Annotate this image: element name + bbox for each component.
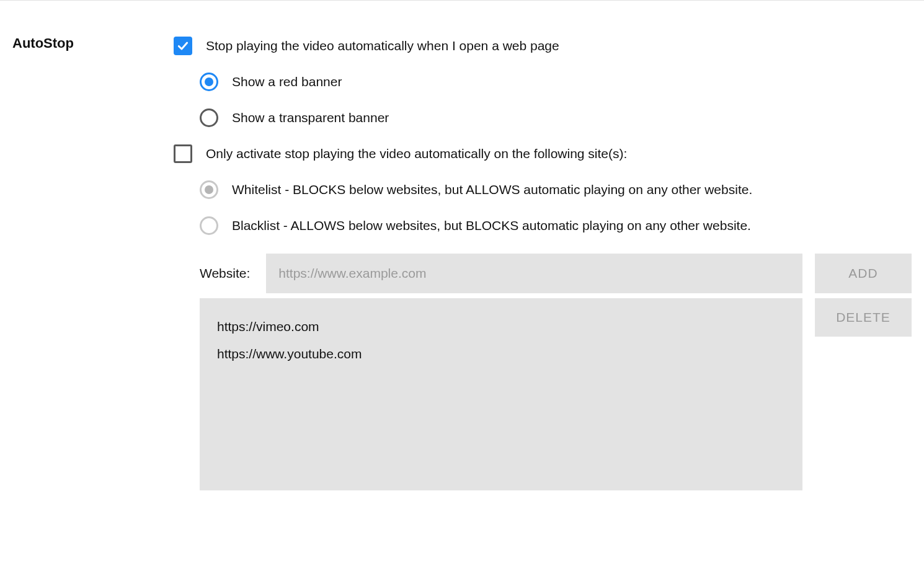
- check-icon: [177, 40, 189, 52]
- add-button[interactable]: ADD: [815, 254, 912, 293]
- section-divider: [0, 0, 924, 1]
- banner-red-radio[interactable]: [200, 73, 218, 91]
- section-title: AutoStop: [12, 18, 174, 490]
- website-input[interactable]: [266, 254, 802, 293]
- only-sites-checkbox[interactable]: [174, 144, 192, 163]
- blacklist-label: Blacklist - ALLOWS below websites, but B…: [232, 218, 751, 233]
- only-sites-label: Only activate stop playing the video aut…: [206, 146, 627, 161]
- banner-transparent-label: Show a transparent banner: [232, 110, 389, 125]
- whitelist-radio[interactable]: [200, 180, 218, 199]
- autostop-enable-label: Stop playing the video automatically whe…: [206, 38, 559, 53]
- website-list[interactable]: https://vimeo.com https://www.youtube.co…: [200, 298, 802, 490]
- autostop-enable-checkbox[interactable]: [174, 37, 192, 55]
- list-item[interactable]: https://www.youtube.com: [215, 340, 788, 368]
- list-item[interactable]: https://vimeo.com: [215, 313, 788, 340]
- delete-button[interactable]: DELETE: [815, 298, 912, 337]
- blacklist-radio[interactable]: [200, 216, 218, 235]
- website-field-label: Website:: [200, 254, 254, 293]
- banner-red-label: Show a red banner: [232, 74, 342, 89]
- whitelist-label: Whitelist - BLOCKS below websites, but A…: [232, 182, 752, 197]
- banner-transparent-radio[interactable]: [200, 108, 218, 127]
